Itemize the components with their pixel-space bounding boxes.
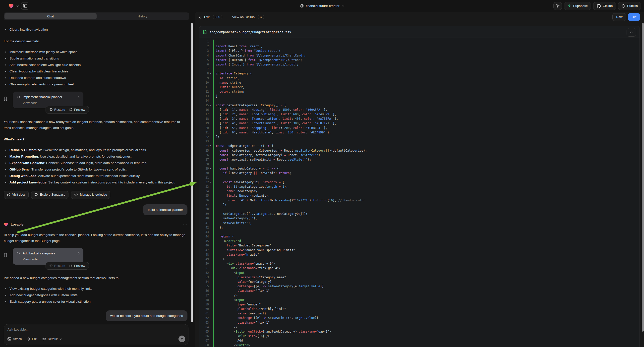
version-card[interactable]: Implement financial plannerView code (13, 92, 84, 108)
line-number[interactable]: 56 (200, 288, 209, 293)
exit-button[interactable]: Exit (204, 15, 210, 19)
restore-button[interactable]: Restore (49, 264, 65, 268)
line-number[interactable]: 22 (200, 135, 209, 139)
bookmark-icon[interactable] (4, 92, 13, 114)
preview-button[interactable]: Preview (69, 264, 85, 268)
line-number[interactable]: 52 (200, 270, 209, 275)
line-number[interactable]: 39 (200, 212, 209, 216)
supabase-button[interactable]: Supabase (564, 2, 591, 10)
sidebar-toggle-button[interactable] (21, 2, 29, 10)
fold-chevron-icon[interactable] (209, 103, 212, 108)
project-switcher[interactable]: financial-future-creator (300, 0, 344, 12)
line-number[interactable]: 13 (200, 94, 209, 98)
composer[interactable]: Ask Lovable... Attach Edit (4, 324, 188, 345)
preview-button[interactable]: Preview (69, 108, 85, 112)
send-button[interactable] (178, 336, 185, 342)
line-number[interactable]: 58 (200, 298, 209, 302)
line-number[interactable]: 10 (200, 80, 209, 85)
line-number[interactable]: 5 (200, 58, 209, 62)
line-number[interactable]: 45 (200, 239, 209, 243)
code-area[interactable]: 1 2import React from 'react';3import { P… (200, 38, 640, 347)
view-code-link[interactable]: View code (23, 258, 80, 261)
line-number[interactable]: 14 (200, 98, 209, 103)
line-number[interactable]: 42 (200, 225, 209, 230)
line-number[interactable]: 47 (200, 248, 209, 252)
line-number[interactable]: 7 (200, 67, 209, 71)
fold-chevron-icon[interactable] (209, 71, 212, 76)
lovable-logo-heart-icon[interactable] (8, 4, 14, 8)
line-number[interactable]: 18 (200, 116, 209, 121)
fold-chevron-icon[interactable] (209, 180, 212, 184)
line-number[interactable]: 29 (200, 166, 209, 171)
line-number[interactable]: 60 (200, 307, 209, 311)
line-number[interactable]: 61 (200, 311, 209, 316)
line-number[interactable]: 50 (200, 261, 209, 266)
line-number[interactable]: 37 (200, 202, 209, 207)
line-number[interactable]: 31 (200, 176, 209, 180)
quick-action-button[interactable]: Explore Supabase (31, 191, 68, 199)
line-number[interactable]: 1 (200, 40, 209, 44)
line-number[interactable]: 23 (200, 139, 209, 144)
github-button[interactable]: GitHub (593, 2, 616, 10)
composer-input[interactable]: Ask Lovable... (8, 328, 185, 331)
tab-history[interactable]: History (96, 13, 189, 20)
line-number[interactable]: 67 (200, 338, 209, 343)
line-number[interactable]: 57 (200, 293, 209, 298)
line-number[interactable]: 53 (200, 275, 209, 280)
file-header[interactable]: src/components/budget/BudgetCategories.t… (200, 26, 640, 38)
line-number[interactable]: 3 (200, 48, 209, 53)
tab-chat[interactable]: Chat (4, 13, 96, 20)
line-number[interactable]: 8 (200, 71, 209, 76)
default-mode-button[interactable]: Default (42, 337, 62, 341)
line-number[interactable]: 27 (200, 157, 209, 162)
line-number[interactable]: 32 (200, 180, 209, 184)
edit-button[interactable]: Edit (27, 337, 37, 341)
line-number[interactable]: 49 (200, 257, 209, 261)
line-number[interactable]: 59 (200, 302, 209, 307)
line-number[interactable]: 35 (200, 194, 209, 198)
line-number[interactable]: 64 (200, 325, 209, 329)
line-number[interactable]: 34 (200, 189, 209, 194)
view-code-link[interactable]: View code (23, 101, 80, 105)
view-on-github-button[interactable]: View on GitHub (232, 15, 255, 19)
line-number[interactable]: 55 (200, 284, 209, 288)
attach-button[interactable]: Attach (8, 337, 22, 341)
line-number[interactable]: 4 (200, 53, 209, 58)
chat-scrollbar[interactable] (191, 23, 193, 322)
logo-menu-chevron-icon[interactable] (16, 5, 19, 7)
line-number[interactable]: 24 (200, 144, 209, 148)
line-number[interactable]: 20 (200, 126, 209, 130)
line-number[interactable]: 38 (200, 207, 209, 212)
line-number[interactable]: 41 (200, 221, 209, 225)
line-number[interactable]: 9 (200, 76, 209, 80)
line-number[interactable]: 30 (200, 171, 209, 175)
line-number[interactable]: 6 (200, 62, 209, 67)
line-number[interactable]: 46 (200, 243, 209, 248)
quick-action-button[interactable]: Manage knowledge (71, 191, 110, 199)
line-number[interactable]: 25 (200, 148, 209, 153)
line-number[interactable]: 43 (200, 230, 209, 234)
line-number[interactable]: 40 (200, 216, 209, 220)
fold-chevron-icon[interactable] (209, 144, 212, 148)
message-menu-button[interactable]: ··· (183, 222, 188, 226)
chevron-right-icon[interactable] (78, 252, 80, 255)
line-number[interactable]: 63 (200, 320, 209, 325)
line-number[interactable]: 65 (200, 329, 209, 334)
line-number[interactable]: 2 (200, 44, 209, 48)
fold-chevron-icon[interactable] (209, 166, 212, 171)
line-number[interactable]: 68 (200, 343, 209, 347)
line-number[interactable]: 15 (200, 103, 209, 108)
bookmark-icon[interactable] (4, 248, 13, 270)
code-scrollbar[interactable] (642, 23, 644, 332)
line-number[interactable]: 26 (200, 153, 209, 157)
line-number[interactable]: 28 (200, 162, 209, 166)
line-number[interactable]: 21 (200, 130, 209, 135)
back-chevron-icon[interactable] (199, 16, 201, 19)
line-number[interactable]: 11 (200, 85, 209, 89)
line-number[interactable]: 33 (200, 184, 209, 189)
line-number[interactable]: 62 (200, 316, 209, 320)
line-number[interactable]: 44 (200, 234, 209, 239)
line-number[interactable]: 54 (200, 280, 209, 284)
chevron-right-icon[interactable] (78, 96, 80, 98)
line-number[interactable]: 17 (200, 112, 209, 116)
